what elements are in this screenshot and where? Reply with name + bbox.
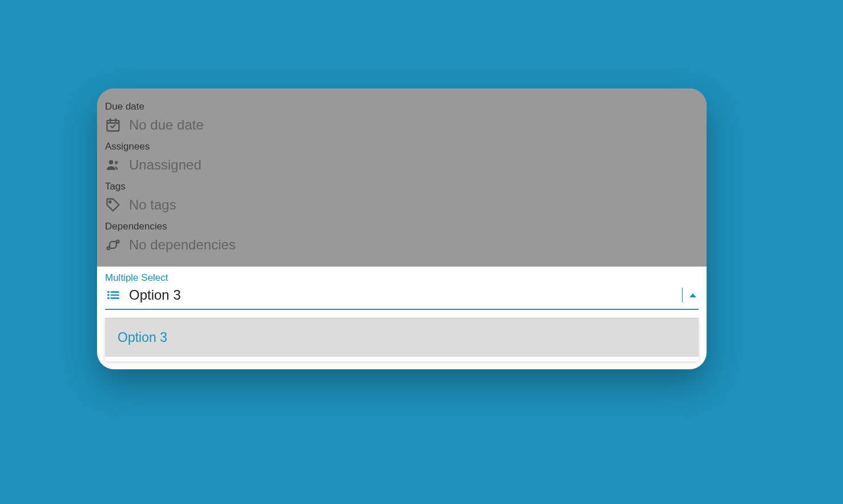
route-icon xyxy=(105,237,121,253)
svg-rect-8 xyxy=(107,294,109,296)
assignees-value: Unassigned xyxy=(129,157,201,173)
svg-point-2 xyxy=(115,161,118,164)
multiple-select-input[interactable]: Option 3 xyxy=(129,287,681,303)
dimmed-overlay: Due date No due date Assignees xyxy=(97,88,707,267)
assignees-value-row: Unassigned xyxy=(105,157,699,173)
due-date-value-row: No due date xyxy=(105,117,699,133)
dropdown-option[interactable]: Option 3 xyxy=(105,318,699,357)
due-date-value: No due date xyxy=(129,117,204,133)
svg-rect-10 xyxy=(107,297,109,299)
due-date-label: Due date xyxy=(105,101,699,112)
multiple-select-label: Multiple Select xyxy=(105,272,699,284)
people-icon xyxy=(105,157,121,173)
dependencies-value-row: No dependencies xyxy=(105,237,699,253)
multiple-select-dropdown: Option 3 xyxy=(105,318,699,361)
tags-field[interactable]: Tags No tags xyxy=(97,181,707,213)
text-caret xyxy=(682,288,683,303)
due-date-field[interactable]: Due date No due date xyxy=(97,101,707,133)
svg-rect-0 xyxy=(107,120,119,131)
calendar-check-icon xyxy=(105,117,121,133)
dependencies-field[interactable]: Dependencies No dependencies xyxy=(97,221,707,253)
tags-value-row: No tags xyxy=(105,197,699,213)
caret-up-icon[interactable] xyxy=(689,293,696,297)
multiple-select-field[interactable]: Multiple Select Option 3 xyxy=(97,267,707,312)
multiple-select-input-row: Option 3 xyxy=(105,287,699,310)
assignees-field[interactable]: Assignees Unassigned xyxy=(97,141,707,173)
tags-value: No tags xyxy=(129,197,176,213)
svg-point-1 xyxy=(109,160,113,164)
svg-rect-6 xyxy=(107,291,109,293)
multiple-select-input-wrap: Option 3 xyxy=(129,287,681,303)
svg-point-3 xyxy=(109,201,111,203)
dependencies-value: No dependencies xyxy=(129,237,236,253)
task-details-card: Due date No due date Assignees xyxy=(97,88,707,369)
tag-icon xyxy=(105,197,121,213)
dependencies-label: Dependencies xyxy=(105,221,699,232)
assignees-label: Assignees xyxy=(105,141,699,152)
tags-label: Tags xyxy=(105,181,699,192)
list-icon xyxy=(105,287,121,303)
